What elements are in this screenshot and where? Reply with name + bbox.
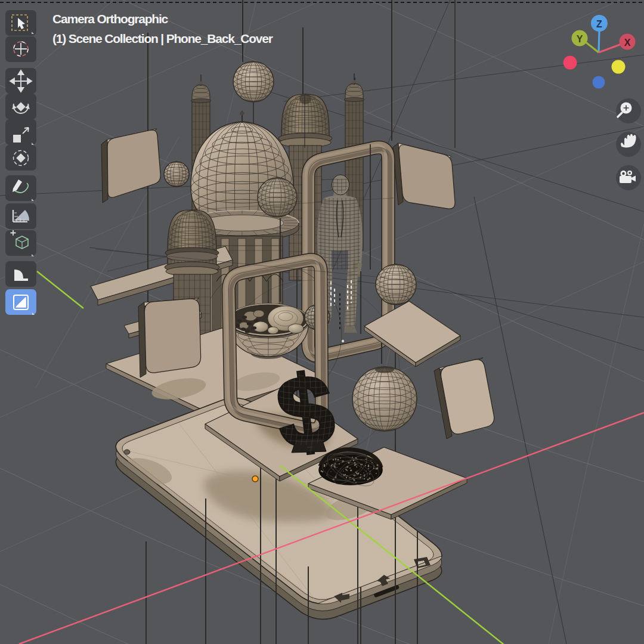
svg-text:(1) Scene Collection | Phone_B: (1) Scene Collection | Phone_Back_Cover — [52, 32, 273, 45]
svg-text:X: X — [624, 38, 631, 48]
svg-text:Camera Orthographic: Camera Orthographic — [52, 12, 169, 26]
svg-text:Y: Y — [577, 34, 583, 44]
svg-text:Z: Z — [596, 19, 602, 29]
